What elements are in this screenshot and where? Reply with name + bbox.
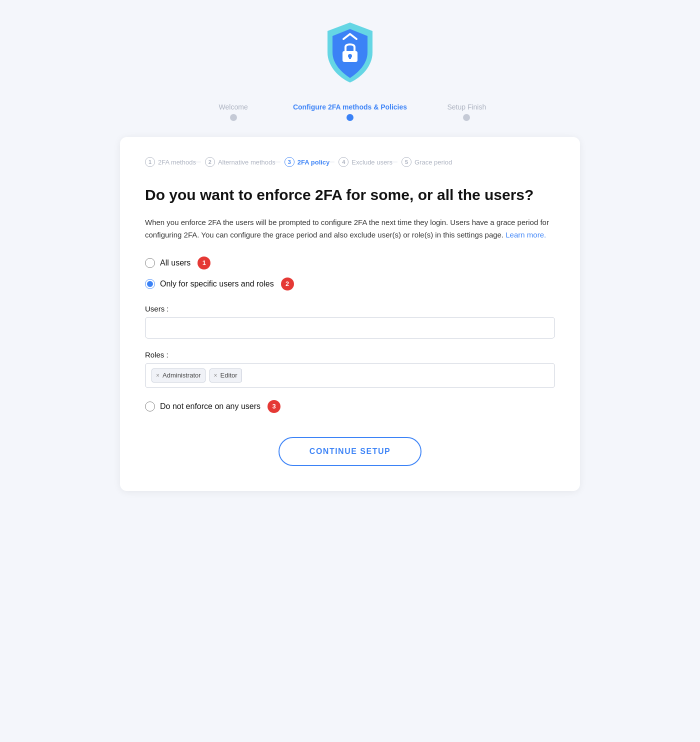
main-card: 1 2FA methods 2 Alternative methods 3 2F… (120, 137, 580, 491)
sub-tab-grace-period[interactable]: 5 Grace period (402, 157, 461, 167)
step-welcome-label: Welcome (219, 103, 248, 111)
logo-container (322, 20, 378, 85)
step-finish-dot (463, 114, 470, 121)
users-input[interactable] (145, 317, 555, 338)
step-configure-label: Configure 2FA methods & Policies (293, 103, 407, 111)
description-text: When you enforce 2FA the users will be p… (145, 218, 549, 239)
sub-tab-2fa-policy[interactable]: 3 2FA policy (284, 157, 339, 167)
sub-tab-2fa-policy-label: 2FA policy (298, 158, 330, 166)
radio-all-users-input[interactable] (145, 258, 155, 268)
sub-tab-grace-period-label: Grace period (414, 158, 452, 166)
sub-tab-exclude-users-num: 4 (338, 157, 348, 167)
sub-tab-2fa-methods-num: 1 (145, 157, 155, 167)
tag-administrator: × Administrator (152, 368, 206, 382)
continue-setup-button[interactable]: CONTINUE SETUP (278, 437, 422, 466)
svg-rect-2 (349, 56, 351, 59)
sub-tabs: 1 2FA methods 2 Alternative methods 3 2F… (145, 157, 555, 167)
tag-editor-label: Editor (220, 372, 238, 379)
tag-administrator-remove[interactable]: × (156, 372, 160, 379)
description: When you enforce 2FA the users will be p… (145, 216, 555, 242)
step-configure-dot (346, 114, 354, 121)
step-welcome: Welcome (175, 103, 292, 121)
radio-no-enforce-badge: 3 (268, 400, 280, 413)
radio-no-enforce[interactable]: Do not enforce on any users 3 (145, 400, 555, 413)
radio-group: All users 1 Only for specific users and … (145, 256, 555, 290)
sub-tab-alt-methods[interactable]: 2 Alternative methods (205, 157, 284, 167)
page-title: Do you want to enforce 2FA for some, or … (145, 185, 555, 204)
sub-tab-2fa-methods-label: 2FA methods (158, 158, 196, 166)
users-field-group: Users : (145, 304, 555, 338)
sub-tab-alt-methods-label: Alternative methods (218, 158, 276, 166)
radio-no-enforce-input[interactable] (145, 402, 155, 412)
radio-specific-users-label: Only for specific users and roles (160, 280, 274, 288)
tag-editor: × Editor (210, 368, 242, 382)
step-finish-label: Setup Finish (447, 103, 486, 111)
sub-tab-exclude-users-label: Exclude users (352, 158, 392, 166)
radio-all-users-badge: 1 (198, 256, 210, 270)
roles-field-group: Roles : × Administrator × Editor (145, 350, 555, 388)
step-welcome-dot (230, 114, 237, 121)
step-finish: Setup Finish (408, 103, 525, 121)
tag-editor-remove[interactable]: × (214, 372, 218, 379)
step-configure: Configure 2FA methods & Policies (292, 103, 408, 121)
radio-all-users-label: All users (160, 258, 190, 268)
roles-tags-input[interactable]: × Administrator × Editor (145, 363, 555, 388)
roles-field-label: Roles : (145, 350, 555, 359)
shield-logo (322, 20, 378, 85)
radio-all-users[interactable]: All users 1 (145, 256, 555, 270)
step-nav: Welcome Configure 2FA methods & Policies… (175, 103, 525, 121)
radio-specific-users[interactable]: Only for specific users and roles 2 (145, 278, 555, 290)
sub-tab-exclude-users[interactable]: 4 Exclude users (338, 157, 402, 167)
learn-more-link[interactable]: Learn more. (506, 230, 546, 239)
users-field-label: Users : (145, 304, 555, 313)
radio-no-enforce-label: Do not enforce on any users (160, 402, 260, 411)
sub-tab-2fa-methods[interactable]: 1 2FA methods (145, 157, 205, 167)
sub-tab-grace-period-num: 5 (402, 157, 412, 167)
sub-tab-alt-methods-num: 2 (205, 157, 215, 167)
sub-tab-2fa-policy-num: 3 (284, 157, 294, 167)
radio-specific-users-badge: 2 (281, 278, 294, 290)
radio-specific-users-input[interactable] (145, 279, 155, 289)
tag-administrator-label: Administrator (162, 372, 201, 379)
